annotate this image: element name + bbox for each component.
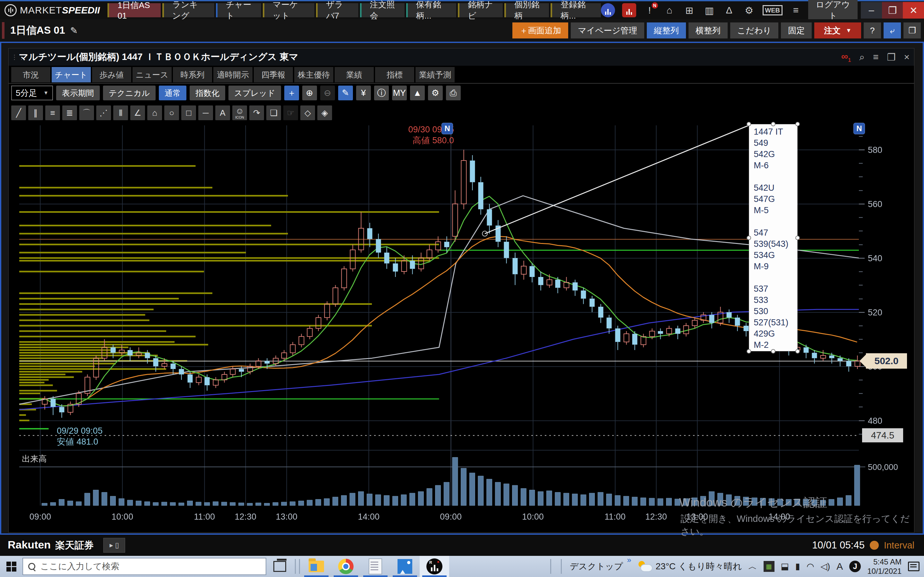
- weather-widget[interactable]: 23°C くもり時々晴れ: [638, 560, 742, 572]
- menu-icon[interactable]: ≡: [873, 52, 879, 63]
- align-horizontal-button[interactable]: 横整列: [688, 23, 728, 39]
- close-icon[interactable]: ×: [904, 52, 909, 63]
- chart-annotation-box[interactable]: 1447 IT549542GM-6 542U547GM-5 547539(543…: [749, 124, 798, 351]
- taskbar-app-notepad[interactable]: [360, 556, 390, 577]
- toolbar-テクニカル[interactable]: テクニカル: [103, 85, 156, 100]
- ellipse-icon[interactable]: ○: [164, 105, 179, 120]
- statusbar-panel-button[interactable]: ▸ ▯: [103, 538, 125, 553]
- mypage-manage-button[interactable]: マイページ管理: [571, 23, 644, 39]
- search-icon[interactable]: ⌕: [859, 52, 865, 63]
- order-button[interactable]: 注文▼: [814, 23, 861, 39]
- window-tab-ニュース[interactable]: ニュース: [132, 67, 172, 82]
- cascade-icon[interactable]: ❐: [887, 52, 896, 63]
- chart-pulse-blue-icon[interactable]: [601, 3, 615, 17]
- area-chart-icon[interactable]: ▲: [410, 85, 425, 100]
- my-chart-icon[interactable]: MY: [392, 85, 407, 100]
- link-icon[interactable]: ∞1: [841, 51, 851, 63]
- taskbar-app-photos[interactable]: [390, 556, 420, 577]
- ime-mode-j[interactable]: J: [849, 561, 861, 572]
- info-icon[interactable]: ⓘ: [374, 85, 389, 100]
- top-tab-個別銘柄[interactable]: 個別銘柄: [504, 3, 549, 17]
- top-tab-ランキング[interactable]: ランキング: [162, 3, 214, 17]
- parallel-line-icon[interactable]: ∥: [28, 105, 43, 120]
- zoom-in-icon[interactable]: ⊕: [302, 85, 317, 100]
- window-tab-歩み値[interactable]: 歩み値: [92, 67, 131, 82]
- window-tab-適時開示[interactable]: 適時開示: [213, 67, 252, 82]
- help-button[interactable]: ?: [864, 23, 881, 39]
- window-tab-株主優待[interactable]: 株主優待: [294, 67, 333, 82]
- eraser-all-icon[interactable]: ◈: [317, 105, 332, 120]
- top-tab-チャート[interactable]: チャート: [216, 3, 261, 17]
- start-button[interactable]: [0, 556, 23, 577]
- top-tab-注文照会[interactable]: 注文照会: [360, 3, 405, 17]
- close-button[interactable]: ✕: [903, 2, 924, 19]
- ime-mode-a[interactable]: A: [837, 561, 843, 572]
- top-tab-登録銘柄...[interactable]: 登録銘柄...: [551, 3, 601, 17]
- period-select[interactable]: 5分足▼: [11, 85, 53, 100]
- kodawari-button[interactable]: こだわり: [730, 23, 779, 39]
- desktop-toolbar-label[interactable]: デスクトップ»: [570, 561, 632, 572]
- pin-button[interactable]: 固定: [781, 23, 812, 39]
- panel-icon[interactable]: ▥: [703, 5, 716, 16]
- cascade-button[interactable]: ❐: [903, 23, 921, 39]
- mode-指数化[interactable]: 指数化: [190, 85, 225, 100]
- top-tab-ザラバ7[interactable]: ザラバ7: [316, 3, 358, 17]
- align-vertical-button[interactable]: 縦整列: [647, 23, 686, 39]
- tray-app-icon[interactable]: ▦: [764, 561, 774, 572]
- window-tab-四季報[interactable]: 四季報: [254, 67, 293, 82]
- tray-battery-icon[interactable]: ▮: [795, 561, 800, 572]
- window-tab-チャート[interactable]: チャート: [52, 67, 91, 82]
- selection-handle[interactable]: [771, 122, 775, 126]
- settings-gear-icon[interactable]: ⚙: [743, 5, 756, 16]
- action-center-icon[interactable]: [908, 562, 919, 571]
- taskbar-app-marketspeed[interactable]: [420, 556, 449, 577]
- taskbar-search-input[interactable]: ここに入力して検索: [23, 558, 266, 575]
- selection-handle[interactable]: [746, 235, 751, 240]
- selection-handle[interactable]: [795, 235, 800, 240]
- top-tab-1日信AS 01[interactable]: 1日信AS 01: [107, 3, 160, 17]
- horizontal-line-icon[interactable]: ─: [198, 105, 213, 120]
- window-tab-時系列[interactable]: 時系列: [173, 67, 212, 82]
- jump-button[interactable]: ⤶: [884, 23, 901, 39]
- news-marker-icon[interactable]: N: [441, 123, 453, 134]
- arc-icon[interactable]: ⌒: [79, 105, 94, 120]
- icon-arrow-icon[interactable]: ↷: [249, 105, 264, 120]
- zoom-out-icon[interactable]: ⊖: [320, 85, 335, 100]
- copy-icon[interactable]: ❏: [266, 105, 281, 120]
- bell-icon[interactable]: Δ: [723, 5, 736, 16]
- text-icon[interactable]: A: [215, 105, 230, 120]
- window-titlebar[interactable]: ⋮⋮ マルチツール(個別銘柄) 1447 ＩＴＢＯＯＫホールディングス 東マ ∞…: [9, 48, 914, 66]
- yen-icon[interactable]: ¥: [356, 85, 371, 100]
- crosshair-icon[interactable]: ＋: [284, 85, 299, 100]
- selection-handle[interactable]: [795, 122, 800, 126]
- minimize-button[interactable]: –: [861, 2, 882, 19]
- fan-lines-icon[interactable]: ⋰: [96, 105, 111, 120]
- mode-スプレッド[interactable]: スプレッド: [228, 85, 281, 100]
- taskbar-clock[interactable]: 5:45 AM 10/1/2021: [867, 557, 901, 576]
- news-marker-icon[interactable]: N: [853, 123, 865, 134]
- pentagon-icon[interactable]: ⌂: [147, 105, 162, 120]
- add-screen-button[interactable]: ＋画面追加: [512, 23, 568, 39]
- window-tab-業績予測[interactable]: 業績予測: [415, 67, 455, 82]
- trend-line-icon[interactable]: ╱: [11, 105, 26, 120]
- tray-volume-icon[interactable]: ◁): [821, 561, 830, 572]
- draw-pencil-icon[interactable]: ✎: [338, 85, 353, 100]
- hand-icon[interactable]: ☞: [283, 105, 298, 120]
- horizontal-lines4-icon[interactable]: ≣: [62, 105, 77, 120]
- tray-wifi-icon[interactable]: ◠: [806, 561, 814, 572]
- mode-通常[interactable]: 通常: [159, 85, 186, 100]
- selection-handle[interactable]: [746, 122, 751, 126]
- home-icon[interactable]: ⌂: [663, 5, 676, 16]
- window-tab-市況[interactable]: 市況: [11, 67, 50, 82]
- taskbar-app-file-explorer[interactable]: [302, 556, 331, 577]
- top-tab-保有銘柄...[interactable]: 保有銘柄...: [406, 3, 456, 17]
- rectangle-icon[interactable]: □: [181, 105, 196, 120]
- icon-stamp-icon[interactable]: ☺ICON: [232, 105, 247, 120]
- eraser-icon[interactable]: ◇: [300, 105, 315, 120]
- edit-pencil-icon[interactable]: ✎: [70, 25, 78, 36]
- print-icon[interactable]: ⎙: [446, 85, 461, 100]
- drag-grip-icon[interactable]: ⋮⋮: [11, 56, 16, 59]
- tray-camera-icon[interactable]: ⬓: [781, 561, 789, 572]
- top-tab-マーケット[interactable]: マーケット: [263, 3, 315, 17]
- angle-line-icon[interactable]: ∠: [130, 105, 145, 120]
